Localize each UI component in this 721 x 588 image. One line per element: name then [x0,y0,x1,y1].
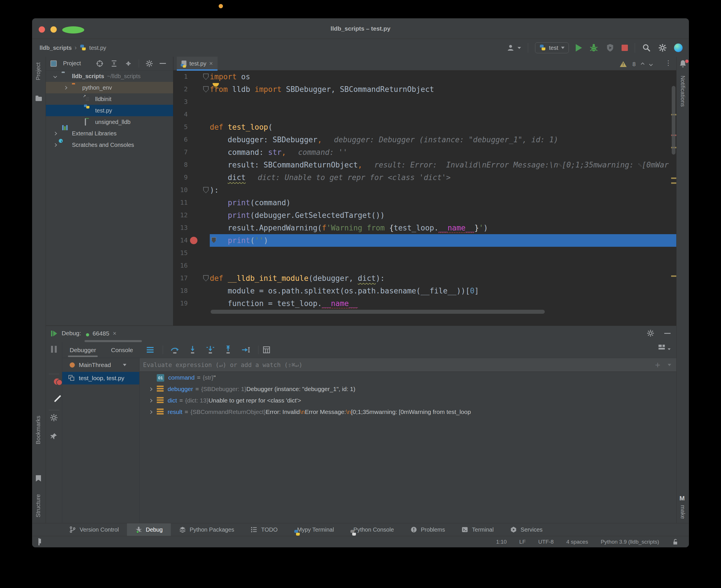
tree-item-python-env[interactable]: python_env [46,82,173,93]
code-area[interactable]: 1import os2from lldb import SBDebugger, … [173,70,676,326]
eval-history-caret-icon[interactable] [668,364,671,366]
line-number[interactable]: 13 [173,222,210,234]
toolwindow-version-control[interactable]: Version Control [61,523,127,536]
project-folder-icon[interactable] [36,97,42,101]
hide-debug-panel-button[interactable] [664,333,670,334]
line-number[interactable]: 12 [173,209,210,222]
make-tool-icon[interactable]: M [679,495,685,502]
warning-stripe-mark[interactable] [671,177,676,179]
code-line-19[interactable]: 19 function = test_loop.__name__ [173,297,676,310]
code-line-13[interactable]: 13 result.AppendWarning(f'Warning from {… [173,222,676,234]
line-number[interactable]: 5 [173,121,210,133]
tree-item-lldbinit[interactable]: lldbinit [46,93,173,105]
profiler-sphere-icon[interactable] [674,43,683,52]
restore-layout-button[interactable] [659,345,670,351]
line-number[interactable]: 17 [173,272,210,285]
warning-stripe-mark[interactable] [671,275,676,277]
tree-chevron-icon[interactable] [53,143,57,147]
expand-variable-icon[interactable] [149,410,153,414]
bookmark-icon[interactable] [36,475,41,482]
show-execution-point-icon[interactable] [147,347,154,353]
evaluate-expression-button[interactable] [262,345,271,354]
fold-marker-icon[interactable] [203,86,208,92]
force-step-into-button[interactable] [205,345,215,355]
status-item[interactable]: 1:10 [496,539,507,545]
toolwindow-debug[interactable]: Debug [127,523,171,536]
code-line-4[interactable]: 4 [173,108,676,121]
status-item[interactable]: 4 spaces [566,539,588,545]
step-into-button[interactable] [188,345,197,355]
toolwindow-terminal[interactable]: Terminal [453,523,502,536]
collapse-all-button[interactable] [124,60,133,67]
search-everywhere-button[interactable] [642,43,651,52]
code-line-6[interactable]: 6 debugger: SBDebugger,debugger: Debugge… [173,133,676,146]
settings-gear-icon[interactable] [658,43,667,52]
status-item[interactable]: UTF-8 [538,539,554,545]
code-line-10[interactable]: 10): [173,184,676,196]
tree-item-test-py[interactable]: test.py [46,105,173,116]
variable-row-result[interactable]: result={SBCommandReturnObject} Error: In… [140,406,676,418]
status-item[interactable]: LF [519,539,525,545]
variable-row-dict[interactable]: dict={dict: 13} Unable to get repr for <… [140,395,676,406]
toolwindow-services[interactable]: Services [502,523,551,536]
breadcrumb-file[interactable]: test.py [89,45,106,51]
make-stripe-button[interactable]: make [679,505,686,519]
line-number[interactable]: 2 [173,83,210,96]
code-line-18[interactable]: 18 module = os.path.splitext(os.path.bas… [173,285,676,297]
step-over-button[interactable] [170,345,180,355]
toolwindow-todo[interactable]: TODO [242,523,285,536]
line-number[interactable]: 11 [173,196,210,209]
tree-item-unsigned-lldb[interactable]: unsigned_lldb [46,116,173,128]
code-line-14[interactable]: 14 print('') [173,234,676,247]
tree-item-lldb-scripts[interactable]: lldb_scripts~/lldb_scripts [46,70,173,82]
line-number[interactable]: 9 [173,171,210,184]
line-number[interactable]: 19 [173,297,210,310]
line-number[interactable]: 14 [173,234,210,247]
layout-button[interactable] [32,539,40,545]
line-number[interactable]: 8 [173,159,210,171]
code-line-5[interactable]: 5def test_loop( [173,121,676,133]
code-line-1[interactable]: 1import os [173,70,676,83]
line-number[interactable]: 7 [173,146,210,159]
pause-button[interactable] [50,346,58,354]
frame-row-selected[interactable]: test_loop, test.py [62,372,139,384]
line-number[interactable]: 1 [173,70,210,83]
line-number[interactable]: 15 [173,247,210,259]
line-number[interactable]: 10 [173,184,210,196]
project-stripe-button[interactable]: Project [35,62,42,80]
breadcrumb-project[interactable]: lldb_scripts [40,45,72,51]
line-number[interactable]: 18 [173,285,210,297]
code-line-16[interactable]: 16 [173,259,676,272]
fold-marker-icon[interactable] [203,187,208,193]
stop-button[interactable] [622,45,628,51]
close-session-icon[interactable]: × [113,330,116,337]
resume-button[interactable] [49,329,58,338]
code-line-3[interactable]: 3 [173,96,676,108]
code-line-2[interactable]: 2from lldb import SBDebugger, SBCommandR… [173,83,676,96]
tab-console[interactable]: Console [103,342,140,358]
notifications-stripe-button[interactable]: Notifications [679,76,686,107]
code-line-7[interactable]: 7 command: str,command: '' [173,146,676,159]
fold-marker-icon[interactable] [203,275,208,281]
debugger-settings-gear-icon[interactable] [49,413,58,422]
add-watch-icon[interactable]: + [655,362,660,368]
step-out-button[interactable] [223,345,233,355]
variable-row-command[interactable]: 01command={str} '' [140,372,676,383]
debug-settings-gear-icon[interactable] [646,329,655,337]
lock-icon[interactable] [672,539,679,545]
fold-marker-icon[interactable] [203,74,208,80]
project-settings-gear-icon[interactable] [145,60,153,67]
prev-warning-icon[interactable] [641,62,644,66]
toolwindow-problems[interactable]: Problems [402,523,453,536]
locate-file-button[interactable] [96,60,104,67]
debug-button[interactable] [589,43,599,53]
tab-debugger[interactable]: Debugger [62,342,103,358]
tree-chevron-icon[interactable] [53,75,57,78]
line-number[interactable]: 16 [173,259,210,272]
tree-chevron-icon[interactable] [53,132,57,135]
expand-variable-icon[interactable] [149,387,153,391]
toolwindow-python-packages[interactable]: Python Packages [171,523,242,536]
expand-all-button[interactable] [110,60,118,67]
structure-stripe-button[interactable]: Structure [35,494,42,517]
notifications-bell-icon[interactable] [678,59,688,69]
